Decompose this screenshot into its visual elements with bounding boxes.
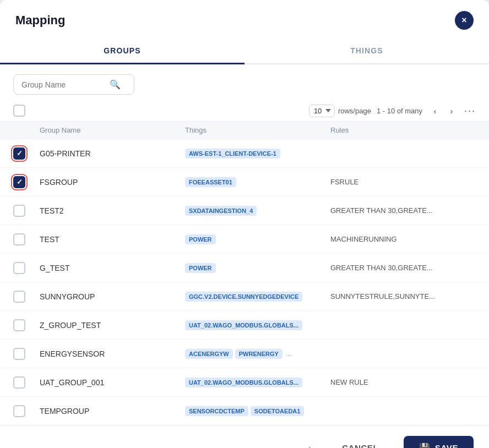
rules-cell: SUNNYTESTRULE,SUNNYTE... xyxy=(330,292,476,301)
table-header: Group Name Things Rules xyxy=(0,121,489,139)
rules-cell: FSRULE xyxy=(330,178,476,186)
tabs-container: GROUPS THINGS xyxy=(0,39,489,64)
group-name-cell: TEMPGROUP xyxy=(40,407,185,416)
next-page-button[interactable]: › xyxy=(444,103,459,118)
group-name-cell: ENERGYSENSOR xyxy=(40,349,185,358)
save-button[interactable]: 💾 SAVE xyxy=(404,436,474,448)
thing-badge[interactable]: UAT_02.WAGO_MODBUS.GLOBALS... xyxy=(185,378,302,387)
modal-header: Mapping × xyxy=(0,0,489,30)
table-row: Z_GROUP_TEST UAT_02.WAGO_MODBUS.GLOBALS.… xyxy=(0,311,489,340)
thing-badge[interactable]: POWER xyxy=(185,263,216,273)
arrow-hint-icon: → xyxy=(301,441,313,449)
group-name-cell: UAT_GROUP_001 xyxy=(40,378,185,387)
thing-badge[interactable]: ACENERGYW xyxy=(185,349,233,359)
row-checkbox[interactable] xyxy=(13,376,25,389)
more-things-indicator: ... xyxy=(286,349,292,358)
col-checkbox xyxy=(13,126,40,134)
row-checkbox-cell xyxy=(13,147,40,160)
row-checkbox-cell xyxy=(13,262,40,274)
pagination-info: 1 - 10 of many xyxy=(377,107,422,115)
thing-badge[interactable]: PWRENERGY xyxy=(235,349,282,359)
row-checkbox-cell xyxy=(13,348,40,360)
row-checkbox[interactable] xyxy=(13,348,25,360)
group-name-cell: G05-PRINTER xyxy=(40,149,185,158)
mapping-modal: Mapping × GROUPS THINGS 🔍 10 5 20 50 row… xyxy=(0,0,489,448)
rules-cell: MACHINERUNNING xyxy=(330,235,476,243)
row-checkbox[interactable] xyxy=(13,147,25,160)
thing-badge[interactable]: FOEEASSET01 xyxy=(185,177,236,187)
group-name-cell: TEST2 xyxy=(40,206,185,215)
table-row: G_TEST POWER GREATER THAN 30,GREATE... xyxy=(0,254,489,282)
table-row: TEST2 SXDATAINGESTION_4 GREATER THAN 30,… xyxy=(0,196,489,225)
row-checkbox[interactable] xyxy=(13,233,25,245)
table-controls: 10 5 20 50 rows/page 1 - 10 of many ‹ › … xyxy=(0,100,489,121)
row-checkbox-cell xyxy=(13,376,40,389)
things-cell: UAT_02.WAGO_MODBUS.GLOBALS... xyxy=(185,378,330,387)
thing-badge[interactable]: SODETOAEDA1 xyxy=(251,406,305,416)
tab-groups[interactable]: GROUPS xyxy=(0,39,244,64)
col-group-name: Group Name xyxy=(40,126,185,134)
table-body: G05-PRINTER AWS-EST-1_CLIENT-DEVICE-1 FS… xyxy=(0,139,489,425)
things-cell: UAT_02.WAGO_MODBUS.GLOBALS... xyxy=(185,320,330,330)
things-cell: FOEEASSET01 xyxy=(185,177,330,187)
row-checkbox-cell xyxy=(13,176,40,188)
table-row: G05-PRINTER AWS-EST-1_CLIENT-DEVICE-1 xyxy=(0,139,489,168)
rules-cell: GREATER THAN 30,GREATE... xyxy=(330,264,476,272)
thing-badge[interactable]: UAT_02.WAGO_MODBUS.GLOBALS... xyxy=(185,320,302,330)
things-cell: AWS-EST-1_CLIENT-DEVICE-1 xyxy=(185,149,330,159)
tab-things[interactable]: THINGS xyxy=(244,39,489,64)
table-row: SUNNYGROUP GGC.V2.DEVICE.SUNNYEDGEDEVICE… xyxy=(0,282,489,311)
table-row: ENERGYSENSOR ACENERGYW PWRENERGY ... xyxy=(0,340,489,368)
modal-footer: → CANCEL 💾 SAVE xyxy=(0,425,489,448)
thing-badge[interactable]: SENSORCDCTEMP xyxy=(185,406,248,416)
things-cell: SENSORCDCTEMP SODETOAEDA1 xyxy=(185,406,330,416)
group-name-cell: Z_GROUP_TEST xyxy=(40,321,185,330)
prev-page-button[interactable]: ‹ xyxy=(428,103,442,118)
save-icon: 💾 xyxy=(419,442,431,448)
row-checkbox-cell xyxy=(13,405,40,417)
group-name-cell: SUNNYGROUP xyxy=(40,292,185,301)
group-name-cell: TEST xyxy=(40,235,185,244)
table-row: UAT_GROUP_001 UAT_02.WAGO_MODBUS.GLOBALS… xyxy=(0,368,489,397)
search-wrap: 🔍 xyxy=(13,74,134,95)
search-area: 🔍 xyxy=(0,64,489,100)
table-row: TEST POWER MACHINERUNNING xyxy=(0,225,489,254)
thing-badge[interactable]: SXDATAINGESTION_4 xyxy=(185,206,257,216)
row-checkbox[interactable] xyxy=(13,405,25,417)
things-cell: POWER xyxy=(185,234,330,244)
row-checkbox[interactable] xyxy=(13,205,25,217)
group-name-cell: FSGROUP xyxy=(40,178,185,187)
things-cell: POWER xyxy=(185,263,330,273)
row-checkbox-cell xyxy=(13,319,40,331)
thing-badge[interactable]: GGC.V2.DEVICE.SUNNYEDGEDEVICE xyxy=(185,292,302,302)
row-checkbox[interactable] xyxy=(13,319,25,331)
more-options-button[interactable]: ··· xyxy=(464,106,476,116)
close-button[interactable]: × xyxy=(455,11,474,30)
rules-cell: GREATER THAN 30,GREATE... xyxy=(330,206,476,215)
row-checkbox[interactable] xyxy=(13,262,25,274)
rows-per-page-label: rows/page xyxy=(338,107,371,115)
rows-per-page-selector: 10 5 20 50 rows/page xyxy=(309,105,371,117)
group-name-cell: G_TEST xyxy=(40,264,185,272)
modal-title: Mapping xyxy=(15,13,65,28)
row-checkbox[interactable] xyxy=(13,291,25,303)
search-icon: 🔍 xyxy=(110,79,121,90)
thing-badge[interactable]: POWER xyxy=(185,234,216,244)
col-things: Things xyxy=(185,126,330,134)
cancel-button[interactable]: CANCEL xyxy=(324,436,396,448)
table-row: TEMPGROUP SENSORCDCTEMP SODETOAEDA1 xyxy=(0,397,489,425)
row-checkbox-cell xyxy=(13,205,40,217)
things-cell: ACENERGYW PWRENERGY ... xyxy=(185,349,330,359)
row-checkbox-cell xyxy=(13,233,40,245)
col-rules: Rules xyxy=(330,126,476,134)
thing-badge[interactable]: AWS-EST-1_CLIENT-DEVICE-1 xyxy=(185,149,280,159)
rows-select-input[interactable]: 10 5 20 50 xyxy=(309,105,335,117)
row-checkbox[interactable] xyxy=(13,176,25,188)
rules-cell: NEW RULE xyxy=(330,378,476,386)
things-cell: GGC.V2.DEVICE.SUNNYEDGEDEVICE xyxy=(185,292,330,302)
search-input[interactable] xyxy=(21,80,110,89)
select-all-checkbox[interactable] xyxy=(13,105,25,117)
table-row: FSGROUP FOEEASSET01 FSRULE xyxy=(0,168,489,196)
save-label: SAVE xyxy=(435,443,458,448)
row-checkbox-cell xyxy=(13,291,40,303)
